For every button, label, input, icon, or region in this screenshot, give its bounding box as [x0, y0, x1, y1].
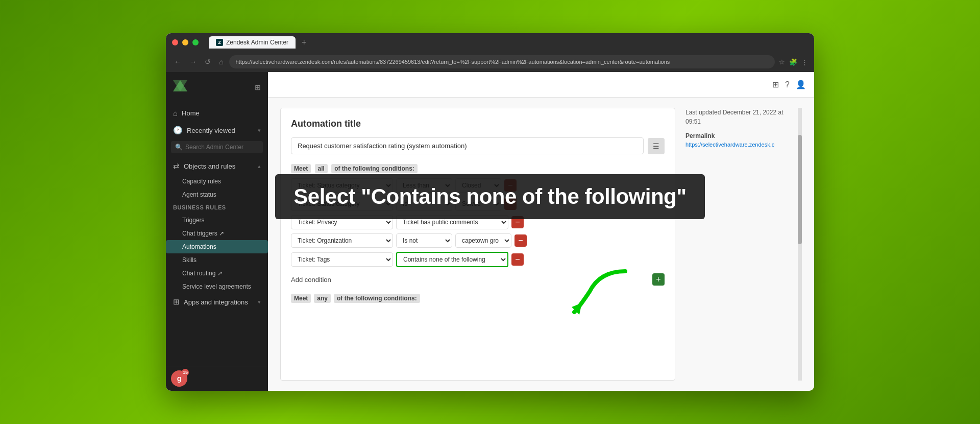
- condition4-val-select[interactable]: capetown group: [455, 233, 511, 248]
- condition1-val-select[interactable]: Closed: [455, 178, 501, 193]
- title-icon-button[interactable]: ☰: [648, 138, 665, 154]
- sidebar-item-chat-routing[interactable]: Chat routing ↗: [166, 267, 268, 280]
- conditions-of-following-text: of the following conditions:: [331, 164, 418, 173]
- app-layout: ⊞ ⌂ Home 🕐 Recently viewed ▾ 🔍: [166, 72, 814, 391]
- apps-label: Apps and integrations: [184, 298, 248, 306]
- extensions-icon[interactable]: 🧩: [789, 58, 797, 66]
- condition3-op-select[interactable]: Ticket has public comments: [396, 215, 508, 229]
- condition2-op-select[interactable]: Is: [396, 197, 452, 211]
- main-topbar: ⊞ ? 👤: [268, 72, 814, 98]
- condition3-field-select[interactable]: Ticket: Privacy: [291, 215, 393, 229]
- condition4-field-select[interactable]: Ticket: Organization: [291, 233, 393, 248]
- sidebar-item-recently-viewed[interactable]: 🕐 Recently viewed ▾: [166, 122, 268, 139]
- skills-label: Skills: [182, 256, 197, 264]
- recently-viewed-label: Recently viewed: [187, 127, 235, 134]
- add-condition-row: Add condition +: [291, 273, 665, 286]
- triggers-label: Triggers: [182, 217, 205, 224]
- condition1-field-select[interactable]: Ticket: Status category: [291, 178, 393, 193]
- condition-row-5: Ticket: Tags Contains none of the follow…: [291, 252, 665, 267]
- sla-label: Service level agreements: [182, 283, 251, 290]
- tab-bar: Z Zendesk Admin Center +: [209, 36, 309, 49]
- chat-routing-label: Chat routing ↗: [182, 270, 223, 277]
- sidebar-top-icons: ⊞: [255, 83, 261, 91]
- conditions-header: Meet all of the following conditions:: [291, 164, 665, 172]
- add-condition-label: Add condition: [291, 276, 331, 284]
- search-box[interactable]: 🔍: [171, 141, 263, 153]
- sidebar-bottom: g 15: [166, 366, 268, 391]
- maximize-button[interactable]: [192, 39, 199, 45]
- add-condition-button[interactable]: +: [652, 273, 665, 286]
- chevron-up-icon: ▴: [258, 163, 261, 170]
- sidebar-item-sla[interactable]: Service level agreements: [166, 280, 268, 293]
- last-updated-text: Last updated December 21, 2022 at 09:51: [685, 108, 788, 126]
- grid-icon[interactable]: ⊞: [255, 83, 261, 91]
- sidebar: ⊞ ⌂ Home 🕐 Recently viewed ▾ 🔍: [166, 72, 268, 391]
- condition5-field-select[interactable]: Ticket: Tags: [291, 252, 393, 267]
- scroll-thumb[interactable]: [798, 135, 802, 244]
- close-button[interactable]: [172, 39, 178, 45]
- condition1-remove-button[interactable]: −: [504, 179, 517, 192]
- condition-row-1: Ticket: Status category Less than Closed…: [291, 178, 665, 193]
- new-tab-button[interactable]: +: [299, 38, 309, 47]
- nav-refresh-button[interactable]: ↺: [203, 57, 213, 67]
- condition1-op-select[interactable]: Less than: [396, 178, 452, 193]
- chat-triggers-label: Chat triggers ↗: [182, 230, 224, 237]
- condition5-remove-button[interactable]: −: [511, 253, 524, 266]
- nav-home-button[interactable]: ⌂: [217, 57, 225, 67]
- sidebar-item-home[interactable]: ⌂ Home: [166, 105, 268, 122]
- sidebar-item-apps[interactable]: ⊞ Apps and integrations ▾: [166, 293, 268, 311]
- condition-row-2: Ticket: Status category Is Solved −: [291, 197, 665, 211]
- condition4-remove-button[interactable]: −: [514, 234, 527, 247]
- sidebar-item-agent-status[interactable]: Agent status: [166, 188, 268, 201]
- permalink-url[interactable]: https://selectivehardware.zendesk.c: [685, 142, 788, 148]
- sidebar-item-automations[interactable]: Automations: [166, 240, 268, 253]
- sidebar-item-triggers[interactable]: Triggers: [166, 214, 268, 227]
- sidebar-item-skills[interactable]: Skills: [166, 253, 268, 267]
- bookmark-icon[interactable]: ☆: [779, 58, 785, 66]
- notification-badge: 15: [182, 369, 189, 376]
- browser-titlebar: Z Zendesk Admin Center +: [166, 33, 814, 52]
- chevron-down-icon: ▾: [258, 127, 261, 134]
- grid-topbar-icon[interactable]: ⊞: [772, 80, 779, 89]
- chevron-down-icon-apps: ▾: [258, 299, 261, 305]
- browser-tab-active[interactable]: Z Zendesk Admin Center: [209, 36, 296, 49]
- condition2-val-select[interactable]: Solved: [455, 197, 501, 211]
- address-bar-input[interactable]: [229, 55, 775, 68]
- scroll-track[interactable]: [798, 108, 802, 381]
- help-icon[interactable]: ?: [785, 80, 790, 89]
- meet-any-qualifier-badge: any: [314, 294, 331, 303]
- meet-any-meet-label: Meet: [291, 294, 311, 303]
- search-input[interactable]: [185, 144, 262, 151]
- nav-back-button[interactable]: ←: [172, 57, 183, 67]
- minimize-button[interactable]: [182, 39, 188, 45]
- automation-title-input[interactable]: [291, 137, 644, 154]
- sidebar-logo-area: ⊞: [166, 72, 268, 103]
- search-icon: 🔍: [175, 144, 183, 151]
- info-panel: Last updated December 21, 2022 at 09:51 …: [685, 108, 788, 381]
- user-topbar-icon[interactable]: 👤: [796, 80, 806, 89]
- meet-qualifier-badge: all: [315, 164, 328, 173]
- condition2-field-select[interactable]: Ticket: Status category: [291, 197, 393, 211]
- condition-row-4: Ticket: Organization Is not capetown gro…: [291, 233, 665, 248]
- sidebar-item-objects-rules[interactable]: ⇄ Objects and rules ▴: [166, 157, 268, 175]
- content-area: Automation title ☰ Meet all of the follo…: [268, 98, 814, 391]
- sidebar-item-capacity-rules[interactable]: Capacity rules: [166, 175, 268, 188]
- clock-icon: 🕐: [173, 126, 183, 135]
- permalink-label: Permalink: [685, 132, 788, 139]
- meet-any-row: Meet any of the following conditions:: [291, 294, 665, 303]
- capacity-rules-label: Capacity rules: [182, 178, 221, 185]
- menu-icon[interactable]: ⋮: [801, 58, 808, 66]
- nav-forward-button[interactable]: →: [187, 57, 199, 67]
- condition2-remove-button[interactable]: −: [504, 198, 517, 210]
- user-avatar[interactable]: g 15: [171, 370, 187, 387]
- condition4-op-select[interactable]: Is not: [396, 233, 452, 248]
- browser-window: Z Zendesk Admin Center + ← → ↺ ⌂ ☆ 🧩 ⋮: [166, 33, 814, 391]
- automation-panel: Automation title ☰ Meet all of the follo…: [280, 108, 675, 381]
- avatar-letter: g: [177, 374, 182, 383]
- objects-icon: ⇄: [173, 161, 180, 171]
- condition5-op-select[interactable]: Contains none of the following: [396, 252, 508, 267]
- sidebar-nav: ⌂ Home 🕐 Recently viewed ▾ 🔍 ⇄ Ob: [166, 103, 268, 366]
- meet-label: Meet: [291, 164, 311, 173]
- condition3-remove-button[interactable]: −: [511, 216, 524, 228]
- sidebar-item-chat-triggers[interactable]: Chat triggers ↗: [166, 227, 268, 240]
